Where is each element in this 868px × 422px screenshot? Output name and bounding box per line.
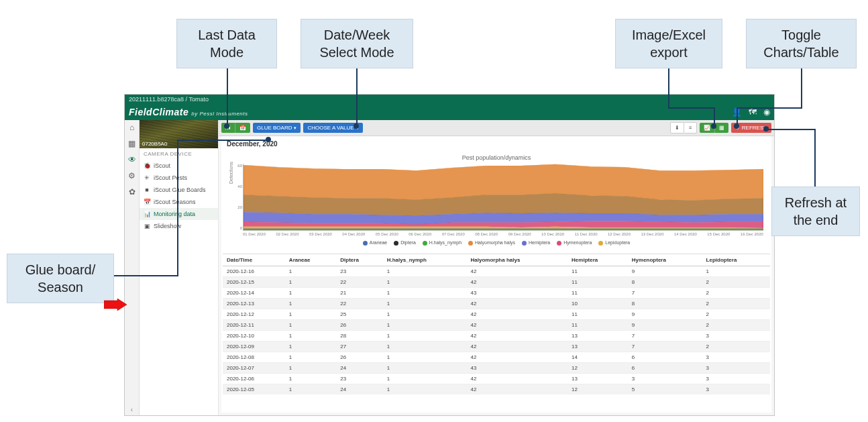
callout-text: Image/Excelexport: [632, 28, 706, 60]
table-header[interactable]: H.halys_nymph: [383, 254, 467, 266]
wrench-icon[interactable]: ⚙: [128, 171, 135, 180]
callout-toggle-charts-table: ToggleCharts/Table: [746, 19, 857, 68]
table-row[interactable]: 2020-12-061231421333: [223, 373, 770, 384]
legend-item[interactable]: Lepidoptera: [598, 240, 630, 246]
chart-legend: AraneaeDipteraH.halys_nymphHalyomorpha h…: [227, 236, 766, 248]
table-cell: 42: [467, 309, 568, 319]
table-cell: 3: [702, 373, 770, 384]
sidebar-item-iscout-pests[interactable]: ✳iScout Pests: [140, 172, 218, 184]
table-cell: 2020-12-09: [223, 341, 285, 352]
table-header-row: Date/TimeAraneaeDipteraH.halys_nymphHaly…: [223, 254, 770, 266]
table-cell: 42: [467, 373, 568, 384]
sidebar-item-label: iScout Seasons: [154, 199, 196, 205]
table-cell: 22: [336, 276, 382, 287]
sidebar-item-monitoring-data[interactable]: 📊Monitoring data: [140, 208, 218, 220]
table-header[interactable]: Lepidoptera: [702, 254, 770, 266]
table-cell: 22: [336, 298, 382, 309]
table-cell: 8: [628, 276, 702, 287]
table-cell: 26: [336, 319, 382, 330]
date-week-select-button[interactable]: 📅: [235, 123, 250, 133]
table-row[interactable]: 2020-12-051241421253: [223, 384, 770, 394]
home-icon[interactable]: ⌂: [129, 123, 134, 132]
chart-area[interactable]: Detections 6040200: [243, 164, 763, 231]
table-cell: 1: [383, 298, 467, 309]
table-cell: 2: [702, 309, 770, 319]
choose-value-label: CHOOSE A VALUE: [307, 125, 354, 131]
chart-title: Pest population/dynamics: [227, 154, 766, 164]
table-cell: 9: [628, 319, 702, 330]
export-excel-button[interactable]: ≡: [684, 122, 697, 134]
table-row[interactable]: 2020-12-071241431263: [223, 362, 770, 373]
legend-item[interactable]: Hemiptera: [522, 240, 550, 246]
rail-collapse-icon[interactable]: ‹: [131, 406, 133, 413]
legend-item[interactable]: Halyomorpha halys: [468, 240, 515, 246]
table-row[interactable]: 2020-12-101281421373: [223, 330, 770, 341]
table-row[interactable]: 2020-12-151221421182: [223, 276, 770, 287]
table-cell: 1: [383, 276, 467, 287]
app-window: 20211111.b8278ca8 / Tomato FieldClimate …: [124, 94, 775, 416]
sidebar-item-iscout-seasons[interactable]: 📅iScout Seasons: [140, 196, 218, 208]
table-header[interactable]: Hemiptera: [567, 254, 628, 266]
sidebar-item-label: iScout Pests: [154, 174, 187, 181]
export-image-button[interactable]: ⬇: [670, 122, 684, 134]
map-icon[interactable]: 🗺: [749, 107, 757, 117]
connector-line: [177, 140, 178, 275]
table-row[interactable]: 2020-12-161231421191: [223, 266, 770, 276]
table-cell: 3: [628, 373, 702, 384]
broadcast-icon[interactable]: ◉: [763, 107, 770, 117]
legend-item[interactable]: Diptera: [394, 240, 416, 246]
table-cell: 1: [383, 330, 467, 341]
sidebar-item-icon: 🐞: [144, 162, 150, 169]
toggle-table-button[interactable]: ▦: [714, 123, 728, 133]
table-cell: 25: [336, 309, 382, 319]
table-row[interactable]: 2020-12-141211431172: [223, 287, 770, 298]
sidebar-item-iscout-glue-boards[interactable]: ■iScout Glue Boards: [140, 184, 218, 196]
table-header[interactable]: Hymenoptera: [628, 254, 702, 266]
table-row[interactable]: 2020-12-111261421192: [223, 319, 770, 330]
table-cell: 2020-12-10: [223, 330, 285, 341]
table-header[interactable]: Date/Time: [223, 254, 285, 266]
sidebar-item-slideshow[interactable]: ▣Slideshow: [140, 220, 218, 232]
data-table-scroll[interactable]: Date/TimeAraneaeDipteraH.halys_nymphHaly…: [223, 254, 770, 394]
table-header[interactable]: Diptera: [336, 254, 382, 266]
table-cell: 13: [567, 341, 628, 352]
table-cell: 3: [702, 384, 770, 394]
eye-icon[interactable]: 👁: [128, 155, 136, 164]
table-row[interactable]: 2020-12-081261421463: [223, 352, 770, 362]
glue-board-dropdown[interactable]: GLUE BOARD: [253, 123, 301, 133]
table-cell: 8: [628, 298, 702, 309]
gear-icon[interactable]: ✿: [129, 187, 135, 197]
table-cell: 1: [285, 298, 336, 309]
table-cell: 2020-12-07: [223, 362, 285, 373]
table-cell: 42: [467, 330, 568, 341]
brand-bar: FieldClimate by Pessl Instruments 👤 🗺 ◉: [125, 104, 774, 120]
table-header[interactable]: Halyomorpha halys: [467, 254, 568, 266]
breadcrumb-text: 20211111.b8278ca8 / Tomato: [129, 96, 209, 103]
table-header[interactable]: Araneae: [285, 254, 336, 266]
table-body: 2020-12-1612314211912020-12-151221421182…: [223, 266, 770, 394]
table-cell: 1: [383, 319, 467, 330]
legend-item[interactable]: H.halys_nymph: [423, 240, 462, 246]
sidebar-item-label: iScout Glue Boards: [154, 187, 206, 193]
table-cell: 10: [567, 298, 628, 309]
table-cell: 11: [567, 287, 628, 298]
sidebar-item-iscout[interactable]: 🐞iScout: [140, 160, 218, 172]
table-cell: 43: [467, 287, 568, 298]
callout-text: Date/WeekSelect Mode: [319, 28, 394, 60]
legend-item[interactable]: Araneae: [363, 240, 387, 246]
grid-icon[interactable]: ▦: [128, 139, 135, 148]
table-cell: 2020-12-11: [223, 319, 285, 330]
table-cell: 14: [567, 352, 628, 362]
table-row[interactable]: 2020-12-131221421082: [223, 298, 770, 309]
table-row[interactable]: 2020-12-091271421372: [223, 341, 770, 352]
table-cell: 1: [285, 276, 336, 287]
device-id: 0720B5A0: [142, 141, 167, 147]
table-cell: 2020-12-05: [223, 384, 285, 394]
table-cell: 42: [467, 319, 568, 330]
table-cell: 1: [285, 362, 336, 373]
table-cell: 1: [285, 319, 336, 330]
table-cell: 3: [702, 362, 770, 373]
table-row[interactable]: 2020-12-121251421192: [223, 309, 770, 319]
chart-yticks: 6040200: [231, 164, 242, 230]
legend-item[interactable]: Hymenoptera: [557, 240, 592, 246]
